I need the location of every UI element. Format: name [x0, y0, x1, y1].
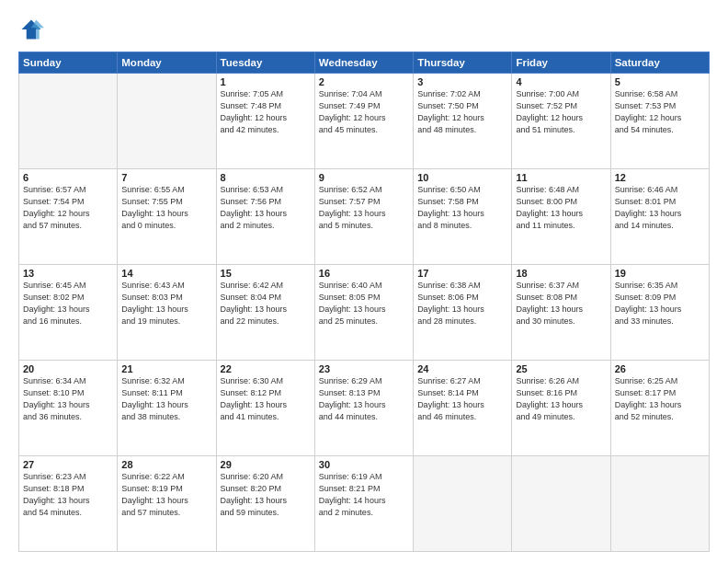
- day-number: 13: [23, 268, 113, 279]
- day-info: Sunrise: 6:26 AM Sunset: 8:16 PM Dayligh…: [516, 375, 606, 423]
- day-number: 12: [615, 172, 705, 183]
- day-info: Sunrise: 6:52 AM Sunset: 7:57 PM Dayligh…: [319, 184, 409, 232]
- day-number: 24: [417, 363, 507, 374]
- header-day-saturday: Saturday: [610, 52, 709, 74]
- calendar-cell: 11Sunrise: 6:48 AM Sunset: 8:00 PM Dayli…: [512, 169, 610, 265]
- day-number: 20: [23, 363, 113, 374]
- calendar-cell: 24Sunrise: 6:27 AM Sunset: 8:14 PM Dayli…: [414, 361, 512, 456]
- day-number: 17: [417, 268, 507, 279]
- calendar-header: SundayMondayTuesdayWednesdayThursdayFrid…: [19, 52, 710, 74]
- calendar-cell: 13Sunrise: 6:45 AM Sunset: 8:02 PM Dayli…: [19, 265, 118, 361]
- week-row-5: 27Sunrise: 6:23 AM Sunset: 8:18 PM Dayli…: [19, 456, 710, 552]
- calendar-cell: 2Sunrise: 7:04 AM Sunset: 7:49 PM Daylig…: [314, 74, 413, 169]
- day-info: Sunrise: 7:05 AM Sunset: 7:48 PM Dayligh…: [221, 88, 311, 136]
- day-number: 10: [417, 172, 507, 183]
- header-day-monday: Monday: [118, 52, 216, 74]
- calendar-cell: 21Sunrise: 6:32 AM Sunset: 8:11 PM Dayli…: [118, 361, 216, 456]
- calendar-cell: 16Sunrise: 6:40 AM Sunset: 8:05 PM Dayli…: [314, 265, 413, 361]
- calendar-cell: 3Sunrise: 7:02 AM Sunset: 7:50 PM Daylig…: [414, 74, 512, 169]
- header-day-sunday: Sunday: [19, 52, 118, 74]
- calendar-cell: [610, 456, 709, 552]
- day-number: 15: [221, 268, 311, 279]
- calendar-cell: [512, 456, 610, 552]
- day-info: Sunrise: 6:22 AM Sunset: 8:19 PM Dayligh…: [121, 471, 211, 519]
- day-info: Sunrise: 6:32 AM Sunset: 8:11 PM Dayligh…: [121, 375, 211, 423]
- calendar-cell: 6Sunrise: 6:57 AM Sunset: 7:54 PM Daylig…: [19, 169, 118, 265]
- day-number: 30: [319, 459, 409, 470]
- day-number: 16: [319, 268, 409, 279]
- logo: [18, 17, 48, 42]
- calendar-cell: 27Sunrise: 6:23 AM Sunset: 8:18 PM Dayli…: [19, 456, 118, 552]
- calendar-cell: 12Sunrise: 6:46 AM Sunset: 8:01 PM Dayli…: [610, 169, 709, 265]
- logo-icon: [18, 17, 44, 42]
- day-number: 11: [516, 172, 606, 183]
- header-day-thursday: Thursday: [414, 52, 512, 74]
- day-number: 9: [319, 172, 409, 183]
- calendar-cell: [118, 74, 216, 169]
- calendar-cell: 4Sunrise: 7:00 AM Sunset: 7:52 PM Daylig…: [512, 74, 610, 169]
- week-row-4: 20Sunrise: 6:34 AM Sunset: 8:10 PM Dayli…: [19, 361, 710, 456]
- day-info: Sunrise: 6:53 AM Sunset: 7:56 PM Dayligh…: [221, 184, 311, 232]
- day-info: Sunrise: 6:25 AM Sunset: 8:17 PM Dayligh…: [615, 375, 705, 423]
- week-row-2: 6Sunrise: 6:57 AM Sunset: 7:54 PM Daylig…: [19, 169, 710, 265]
- day-info: Sunrise: 6:27 AM Sunset: 8:14 PM Dayligh…: [417, 375, 507, 423]
- calendar-table: SundayMondayTuesdayWednesdayThursdayFrid…: [18, 52, 710, 552]
- day-info: Sunrise: 6:35 AM Sunset: 8:09 PM Dayligh…: [615, 280, 705, 327]
- header: [18, 17, 710, 42]
- day-number: 2: [319, 76, 409, 87]
- calendar-cell: 14Sunrise: 6:43 AM Sunset: 8:03 PM Dayli…: [118, 265, 216, 361]
- day-number: 21: [121, 363, 211, 374]
- day-number: 14: [121, 268, 211, 279]
- calendar-cell: 9Sunrise: 6:52 AM Sunset: 7:57 PM Daylig…: [314, 169, 413, 265]
- page: SundayMondayTuesdayWednesdayThursdayFrid…: [0, 0, 728, 563]
- day-number: 1: [221, 76, 311, 87]
- calendar-body: 1Sunrise: 7:05 AM Sunset: 7:48 PM Daylig…: [19, 74, 710, 552]
- day-number: 5: [615, 76, 705, 87]
- day-info: Sunrise: 6:42 AM Sunset: 8:04 PM Dayligh…: [221, 280, 311, 327]
- calendar-cell: 7Sunrise: 6:55 AM Sunset: 7:55 PM Daylig…: [118, 169, 216, 265]
- calendar-cell: 1Sunrise: 7:05 AM Sunset: 7:48 PM Daylig…: [216, 74, 314, 169]
- day-info: Sunrise: 6:40 AM Sunset: 8:05 PM Dayligh…: [319, 280, 409, 327]
- day-info: Sunrise: 7:04 AM Sunset: 7:49 PM Dayligh…: [319, 88, 409, 136]
- day-info: Sunrise: 6:58 AM Sunset: 7:53 PM Dayligh…: [615, 88, 705, 136]
- calendar-cell: 10Sunrise: 6:50 AM Sunset: 7:58 PM Dayli…: [414, 169, 512, 265]
- day-info: Sunrise: 6:55 AM Sunset: 7:55 PM Dayligh…: [121, 184, 211, 232]
- day-info: Sunrise: 6:46 AM Sunset: 8:01 PM Dayligh…: [615, 184, 705, 232]
- day-info: Sunrise: 6:34 AM Sunset: 8:10 PM Dayligh…: [23, 375, 113, 423]
- calendar-cell: 19Sunrise: 6:35 AM Sunset: 8:09 PM Dayli…: [610, 265, 709, 361]
- day-number: 7: [121, 172, 211, 183]
- day-number: 23: [319, 363, 409, 374]
- day-number: 26: [615, 363, 705, 374]
- day-number: 6: [23, 172, 113, 183]
- calendar-cell: 25Sunrise: 6:26 AM Sunset: 8:16 PM Dayli…: [512, 361, 610, 456]
- calendar-cell: 18Sunrise: 6:37 AM Sunset: 8:08 PM Dayli…: [512, 265, 610, 361]
- header-day-friday: Friday: [512, 52, 610, 74]
- day-info: Sunrise: 6:50 AM Sunset: 7:58 PM Dayligh…: [417, 184, 507, 232]
- header-day-tuesday: Tuesday: [216, 52, 314, 74]
- calendar-cell: 15Sunrise: 6:42 AM Sunset: 8:04 PM Dayli…: [216, 265, 314, 361]
- day-number: 28: [121, 459, 211, 470]
- day-number: 3: [417, 76, 507, 87]
- calendar-cell: [414, 456, 512, 552]
- week-row-1: 1Sunrise: 7:05 AM Sunset: 7:48 PM Daylig…: [19, 74, 710, 169]
- calendar-cell: 17Sunrise: 6:38 AM Sunset: 8:06 PM Dayli…: [414, 265, 512, 361]
- calendar-cell: 5Sunrise: 6:58 AM Sunset: 7:53 PM Daylig…: [610, 74, 709, 169]
- calendar-cell: 28Sunrise: 6:22 AM Sunset: 8:19 PM Dayli…: [118, 456, 216, 552]
- calendar-cell: 20Sunrise: 6:34 AM Sunset: 8:10 PM Dayli…: [19, 361, 118, 456]
- day-number: 4: [516, 76, 606, 87]
- day-info: Sunrise: 6:20 AM Sunset: 8:20 PM Dayligh…: [221, 471, 311, 519]
- day-number: 8: [221, 172, 311, 183]
- calendar-cell: 8Sunrise: 6:53 AM Sunset: 7:56 PM Daylig…: [216, 169, 314, 265]
- day-number: 18: [516, 268, 606, 279]
- day-number: 29: [221, 459, 311, 470]
- day-info: Sunrise: 6:38 AM Sunset: 8:06 PM Dayligh…: [417, 280, 507, 327]
- day-number: 25: [516, 363, 606, 374]
- day-info: Sunrise: 7:02 AM Sunset: 7:50 PM Dayligh…: [417, 88, 507, 136]
- calendar-cell: 26Sunrise: 6:25 AM Sunset: 8:17 PM Dayli…: [610, 361, 709, 456]
- calendar-cell: 23Sunrise: 6:29 AM Sunset: 8:13 PM Dayli…: [314, 361, 413, 456]
- header-day-wednesday: Wednesday: [314, 52, 413, 74]
- day-info: Sunrise: 6:23 AM Sunset: 8:18 PM Dayligh…: [23, 471, 113, 519]
- day-info: Sunrise: 7:00 AM Sunset: 7:52 PM Dayligh…: [516, 88, 606, 136]
- day-info: Sunrise: 6:48 AM Sunset: 8:00 PM Dayligh…: [516, 184, 606, 232]
- week-row-3: 13Sunrise: 6:45 AM Sunset: 8:02 PM Dayli…: [19, 265, 710, 361]
